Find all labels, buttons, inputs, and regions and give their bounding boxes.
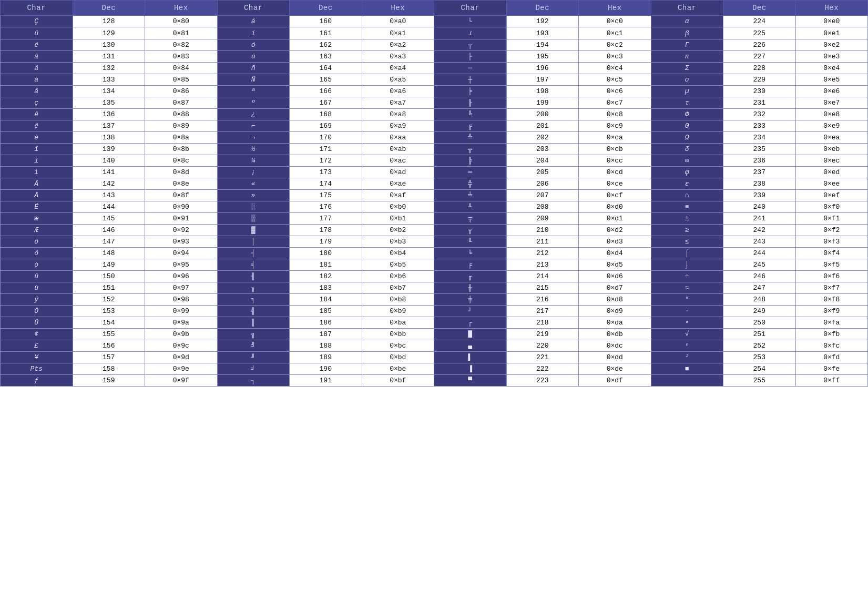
- table-cell: ╤: [434, 213, 507, 225]
- table-cell: ï: [1, 144, 73, 155]
- table-cell: φ: [651, 167, 723, 178]
- table-cell: 0×89: [145, 120, 218, 132]
- table-cell: 249: [723, 306, 796, 317]
- table-cell: 209: [506, 213, 579, 225]
- table-cell: 0×f1: [795, 213, 868, 225]
- table-cell: α: [651, 16, 723, 27]
- table-cell: 0×bf: [362, 375, 434, 387]
- table-cell: 187: [290, 329, 362, 340]
- column-header-hex-2: Hex: [145, 1, 218, 16]
- table-cell: 252: [723, 340, 796, 352]
- table-cell: ╣: [217, 306, 290, 317]
- table-cell: 0×dc: [579, 340, 651, 352]
- table-row: Ä1420×8e«1740×ae╬2060×ceε2380×ee: [1, 178, 868, 190]
- table-cell: 0×df: [579, 375, 651, 387]
- table-cell: ┬: [434, 39, 507, 51]
- table-cell: ò: [1, 259, 73, 271]
- table-cell: 0×a5: [362, 74, 434, 86]
- table-cell: ñ: [217, 63, 290, 74]
- table-cell: 142: [73, 178, 145, 190]
- table-cell: ∩: [651, 190, 723, 201]
- table-cell: 192: [506, 16, 579, 27]
- table-cell: 0×d9: [579, 306, 651, 317]
- table-cell: 155: [73, 329, 145, 340]
- table-cell: å: [1, 86, 73, 97]
- table-cell: 0×90: [145, 201, 218, 213]
- table-cell: 0×f3: [795, 236, 868, 248]
- table-cell: 163: [290, 51, 362, 63]
- table-cell: â: [1, 51, 73, 63]
- table-cell: 0×ab: [362, 144, 434, 155]
- table-cell: ⊥: [434, 27, 507, 39]
- table-cell: ¡: [217, 167, 290, 178]
- table-cell: 0×f6: [795, 271, 868, 282]
- table-cell: ⌐: [217, 120, 290, 132]
- table-cell: 0×8f: [145, 190, 218, 201]
- table-cell: ┤: [217, 248, 290, 259]
- table-cell: 0×8d: [145, 167, 218, 178]
- table-cell: 194: [506, 39, 579, 51]
- table-cell: 0×94: [145, 248, 218, 259]
- table-cell: 0×c5: [579, 74, 651, 86]
- table-cell: 0×ea: [795, 132, 868, 144]
- table-cell: 136: [73, 109, 145, 120]
- table-cell: ┼: [434, 74, 507, 86]
- table-cell: 0×d0: [579, 201, 651, 213]
- table-cell: 0×a7: [362, 97, 434, 109]
- table-cell: ▐: [434, 363, 507, 375]
- table-cell: 0×b8: [362, 294, 434, 306]
- table-cell: 169: [290, 120, 362, 132]
- table-cell: æ: [1, 213, 73, 225]
- table-cell: 202: [506, 132, 579, 144]
- table-cell: ÿ: [1, 294, 73, 306]
- table-cell: ╧: [434, 190, 507, 201]
- table-cell: 0×c9: [579, 120, 651, 132]
- table-cell: 158: [73, 363, 145, 375]
- table-cell: à: [1, 74, 73, 86]
- table-cell: 175: [290, 190, 362, 201]
- table-cell: ê: [1, 109, 73, 120]
- table-cell: Γ: [651, 39, 723, 51]
- table-cell: 138: [73, 132, 145, 144]
- table-cell: ä: [1, 63, 73, 74]
- table-cell: 199: [506, 97, 579, 109]
- table-cell: ░: [217, 201, 290, 213]
- table-cell: 0×87: [145, 97, 218, 109]
- table-cell: τ: [651, 97, 723, 109]
- table-cell: Ü: [1, 317, 73, 329]
- table-cell: ª: [217, 86, 290, 97]
- table-cell: 210: [506, 225, 579, 236]
- table-cell: 0×db: [579, 329, 651, 340]
- table-row: ï1390×8b½1710×ab╦2030×cbδ2350×eb: [1, 144, 868, 155]
- table-row: å1340×86ª1660×a6╞1980×c6µ2300×e6: [1, 86, 868, 97]
- table-cell: ε: [651, 178, 723, 190]
- table-row: Ç1280×80á1600×a0└1920×c0α2240×e0: [1, 16, 868, 27]
- table-cell: 248: [723, 294, 796, 306]
- table-row: ÿ1520×98╕1840×b8╪2160×d8°2480×f8: [1, 294, 868, 306]
- table-cell: ╒: [434, 259, 507, 271]
- table-cell: Φ: [651, 109, 723, 120]
- table-cell: 0×e1: [795, 27, 868, 39]
- table-cell: 189: [290, 352, 362, 363]
- table-cell: 216: [506, 294, 579, 306]
- table-cell: 130: [73, 39, 145, 51]
- table-cell: 172: [290, 155, 362, 167]
- table-cell: ¥: [1, 352, 73, 363]
- table-cell: 203: [506, 144, 579, 155]
- table-cell: 0×a1: [362, 27, 434, 39]
- table-cell: ≡: [651, 201, 723, 213]
- table-cell: ╝: [217, 340, 290, 352]
- table-row: è1380×8a¬1700×aa╩2020×caΩ2340×ea: [1, 132, 868, 144]
- table-cell: û: [1, 271, 73, 282]
- table-row: Å1430×8f»1750×af╧2070×cf∩2390×ef: [1, 190, 868, 201]
- table-cell: 231: [723, 97, 796, 109]
- table-cell: 154: [73, 317, 145, 329]
- table-row: û1500×96╢1820×b6╓2140×d6÷2460×f6: [1, 271, 868, 282]
- table-cell: ╘: [434, 248, 507, 259]
- table-cell: 234: [723, 132, 796, 144]
- table-cell: 0×f4: [795, 248, 868, 259]
- table-cell: ╞: [434, 86, 507, 97]
- table-cell: é: [1, 39, 73, 51]
- table-cell: 171: [290, 144, 362, 155]
- table-cell: 161: [290, 27, 362, 39]
